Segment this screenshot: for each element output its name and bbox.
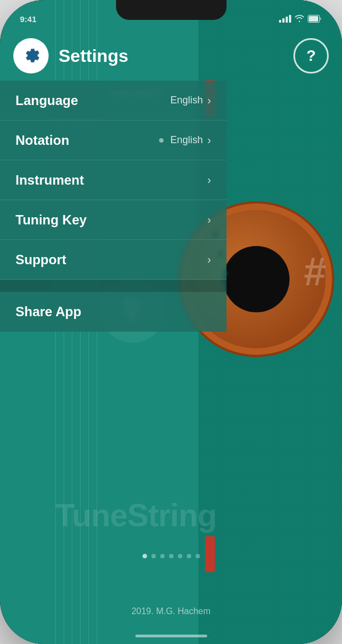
status-time: 9:41	[20, 14, 36, 24]
tuning-key-value-group: ›	[207, 213, 211, 226]
tuning-key-chevron: ›	[207, 213, 211, 226]
footer: 2019. M.G. Hachem	[0, 606, 342, 616]
copyright-text: 2019. M.G. Hachem	[131, 606, 211, 616]
language-label: Language	[15, 93, 78, 108]
support-label: Support	[15, 252, 66, 268]
page-indicator	[143, 554, 200, 558]
page-dot-4	[169, 554, 173, 558]
svg-rect-1	[309, 16, 318, 22]
instrument-value-group: ›	[207, 174, 211, 186]
settings-item-language[interactable]: Language English ›	[0, 81, 227, 121]
guitar-hole	[223, 246, 290, 312]
gear-icon	[22, 46, 40, 65]
share-app-label: Share App	[15, 304, 81, 320]
language-chevron: ›	[207, 94, 211, 107]
tuning-key-label: Tuning Key	[15, 212, 87, 228]
phone-frame: Standard # 🎙 TuneString 9:41	[0, 0, 342, 644]
settings-item-support[interactable]: Support ›	[0, 240, 227, 280]
instrument-label: Instrument	[15, 172, 84, 188]
settings-item-tuning-key[interactable]: Tuning Key ›	[0, 200, 227, 240]
notation-value: English	[170, 134, 203, 146]
page-dot-2	[151, 554, 156, 558]
settings-panel: Language English › Notation English › In…	[0, 81, 227, 332]
status-icons	[279, 14, 322, 24]
settings-item-notation[interactable]: Notation English ›	[0, 121, 227, 160]
hash-symbol: #	[303, 249, 325, 294]
settings-item-share[interactable]: Share App	[0, 292, 227, 332]
tunestring-watermark: TuneString	[55, 496, 217, 533]
battery-icon	[308, 15, 322, 23]
notation-dot	[159, 138, 164, 143]
language-value-group: English ›	[170, 94, 211, 107]
gear-button[interactable]	[13, 38, 49, 74]
support-value-group: ›	[207, 253, 211, 266]
page-dot-6	[187, 554, 191, 558]
page-dot-1	[143, 554, 147, 558]
header: Settings ?	[0, 31, 342, 81]
notation-value-group: English ›	[159, 134, 211, 146]
page-dot-5	[178, 554, 182, 558]
language-value: English	[170, 95, 203, 106]
settings-separator	[0, 280, 227, 292]
accent-bar-bottom	[205, 536, 215, 572]
help-button[interactable]: ?	[293, 38, 329, 74]
home-indicator[interactable]	[135, 635, 207, 637]
page-title: Settings	[59, 46, 293, 66]
settings-item-instrument[interactable]: Instrument ›	[0, 160, 227, 200]
notation-chevron: ›	[207, 134, 211, 146]
notation-label: Notation	[15, 133, 69, 148]
notch	[116, 0, 227, 20]
help-label: ?	[306, 47, 315, 65]
instrument-chevron: ›	[207, 174, 211, 186]
page-dot-7	[196, 554, 200, 558]
support-chevron: ›	[207, 253, 211, 266]
page-dot-3	[160, 554, 165, 558]
wifi-icon	[294, 14, 304, 24]
signal-icon	[279, 15, 291, 23]
